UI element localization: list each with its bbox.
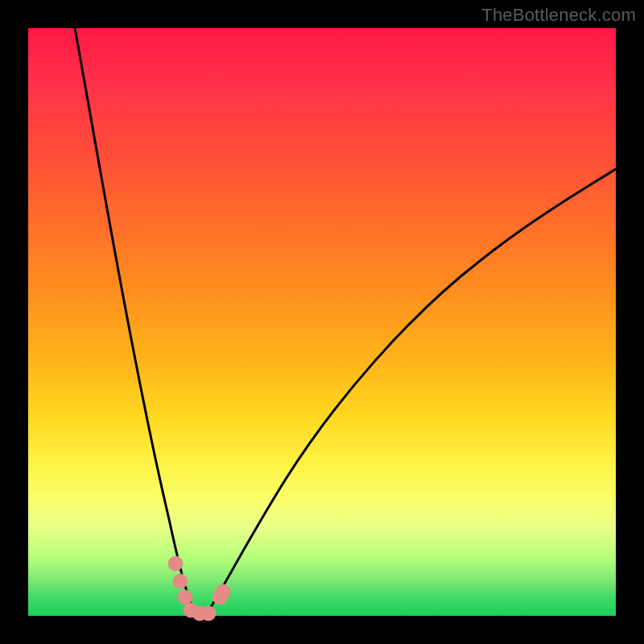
chart-frame: TheBottleneck.com [0, 0, 644, 644]
marker-dot [168, 556, 183, 571]
marker-dot [178, 590, 192, 605]
marker-dot [201, 606, 216, 621]
watermark-text: TheBottleneck.com [481, 5, 636, 26]
marker-dot [216, 584, 230, 599]
curve-right-branch [207, 169, 616, 613]
marker-dot [173, 574, 188, 588]
bottleneck-curve [28, 28, 616, 616]
marker-cluster [168, 556, 230, 621]
curve-left-branch [75, 28, 196, 613]
